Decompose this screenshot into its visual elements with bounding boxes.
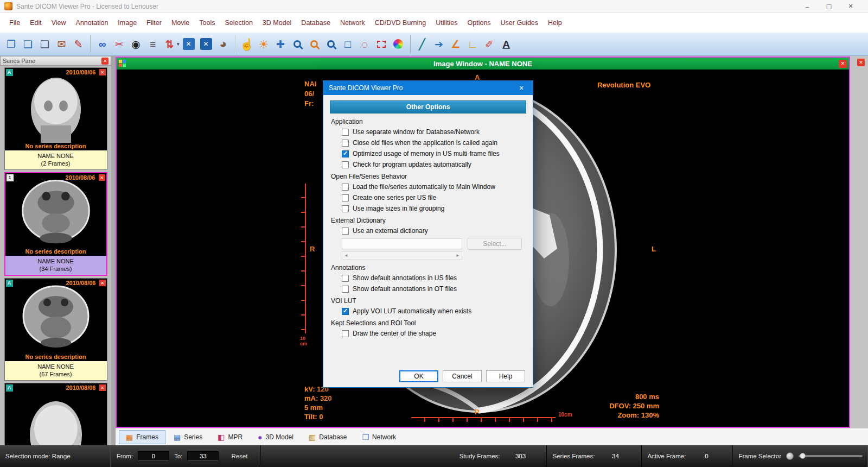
menu-selection[interactable]: Selection — [220, 19, 257, 27]
image-window-close-icon[interactable]: ✕ — [839, 60, 847, 68]
close-button[interactable]: ✕ — [840, 0, 861, 13]
tab-frames[interactable]: ▦Frames — [119, 430, 165, 444]
scout-image-icon[interactable]: ◕ — [215, 35, 231, 53]
checkbox[interactable] — [342, 184, 349, 191]
link-series-icon[interactable]: ∞ — [94, 35, 110, 53]
menu-user-guides[interactable]: User Guides — [496, 19, 543, 27]
frame-selector-knob-icon[interactable] — [786, 452, 794, 460]
copy-image-icon[interactable]: ❑ — [37, 35, 53, 53]
option-row[interactable]: Check for program updates automatically — [342, 161, 533, 168]
image-window-title-bar[interactable]: Image Window - NAME NONE ✕ — [117, 58, 849, 70]
tab-database[interactable]: ▥Database — [302, 430, 354, 444]
text-tool-icon[interactable]: A — [499, 35, 514, 53]
brush-tool-icon[interactable]: ✐ — [482, 35, 497, 53]
option-row[interactable]: Show default annotations in US files — [342, 274, 533, 282]
option-row[interactable]: Show default annotations in OT files — [342, 285, 533, 293]
menu-network[interactable]: Network — [335, 19, 370, 27]
checkbox[interactable] — [342, 205, 349, 212]
roi-rect-icon[interactable] — [374, 35, 390, 53]
select-rect-icon[interactable]: □ — [340, 35, 356, 53]
checkbox[interactable] — [342, 161, 349, 168]
ok-button[interactable]: OK — [399, 370, 438, 382]
maximize-button[interactable]: ▢ — [818, 0, 840, 13]
menu-database[interactable]: Database — [296, 19, 335, 27]
thumbnail-close-icon[interactable]: ✕ — [99, 174, 105, 181]
print-icon[interactable]: ≡ — [145, 35, 161, 53]
checkbox[interactable] — [342, 194, 349, 201]
dialog-close-icon[interactable]: ✕ — [510, 81, 533, 95]
roi-ellipse-icon[interactable]: ◌ — [357, 35, 373, 53]
from-value-field[interactable]: 0 — [138, 451, 169, 461]
checkbox[interactable] — [342, 129, 349, 136]
checkbox[interactable] — [342, 286, 349, 293]
option-row[interactable]: Optimized usage of memory in US multi-fr… — [342, 150, 533, 157]
thumbnail-close-icon[interactable]: ✕ — [99, 280, 106, 286]
tab-network[interactable]: ❒Network — [355, 430, 404, 444]
image-window-system-icon[interactable] — [119, 60, 127, 68]
thumbnail-close-icon[interactable]: ✕ — [99, 69, 106, 75]
help-button[interactable]: Help — [486, 370, 525, 382]
checkbox[interactable] — [342, 275, 349, 282]
paste-annotation-icon[interactable]: ✎ — [71, 35, 86, 53]
zoom-rect-icon[interactable] — [323, 35, 339, 53]
menu-movie[interactable]: Movie — [167, 19, 194, 27]
option-row[interactable]: Draw the center of the shape — [342, 330, 533, 337]
option-row[interactable]: Use an external dictionary — [342, 227, 533, 235]
export-image-icon[interactable]: ❏ — [20, 35, 36, 53]
series-pane-close-icon[interactable]: ✕ — [101, 58, 108, 65]
toggle-overlays-icon[interactable]: ◉ — [128, 35, 144, 53]
fit-screen-icon[interactable]: ✕ — [200, 38, 212, 50]
pan-hand-icon[interactable]: ☝ — [239, 35, 255, 53]
frame-selector-slider[interactable] — [799, 455, 863, 457]
checkbox[interactable] — [342, 140, 349, 147]
menu-edit[interactable]: Edit — [25, 19, 47, 27]
tab-series[interactable]: ▤Series — [167, 430, 209, 444]
sort-frames-icon[interactable]: ⇅ — [162, 35, 177, 53]
option-row[interactable]: Use separate window for Database/Network — [342, 128, 533, 136]
menu-file[interactable]: File — [4, 19, 25, 27]
fit-width-icon[interactable]: ✕ — [183, 38, 195, 50]
checkbox[interactable] — [342, 228, 349, 235]
sort-dropdown-icon[interactable]: ▾ — [177, 41, 180, 47]
brightness-icon[interactable]: ☀ — [256, 35, 272, 53]
slider-thumb[interactable] — [800, 453, 806, 459]
menu-utilities[interactable]: Utilities — [431, 19, 462, 27]
thumbnail-close-icon[interactable]: ✕ — [99, 384, 106, 391]
dialog-title-bar[interactable]: Sante DICOM Viewer Pro ✕ — [323, 81, 533, 95]
to-value-field[interactable]: 33 — [187, 451, 219, 461]
checkbox[interactable] — [342, 308, 349, 315]
menu-3d-model[interactable]: 3D Model — [258, 19, 297, 27]
option-row[interactable]: Apply VOI LUT automatically when exists — [342, 307, 533, 315]
menu-filter[interactable]: Filter — [142, 19, 167, 27]
menu-cddvd-burning[interactable]: CD/DVD Burning — [370, 19, 431, 27]
zoom-region-icon[interactable] — [307, 35, 322, 53]
tab-3d-model[interactable]: ●3D Model — [251, 430, 301, 444]
option-row[interactable]: Use image sizes in file grouping — [342, 205, 533, 212]
menu-annotation[interactable]: Annotation — [71, 19, 113, 27]
unlink-series-icon[interactable]: ✂ — [111, 35, 127, 53]
option-row[interactable]: Create one series per US file — [342, 194, 533, 201]
menu-tools[interactable]: Tools — [194, 19, 220, 27]
move-tool-icon[interactable]: ✚ — [273, 35, 289, 53]
series-thumbnail-2[interactable]: 1 2010/08/06 ✕ No series description NAM… — [4, 172, 107, 276]
menu-help[interactable]: Help — [543, 19, 567, 27]
menu-view[interactable]: View — [47, 19, 71, 27]
color-palette-icon[interactable] — [391, 35, 406, 53]
checkbox[interactable] — [342, 150, 349, 157]
angle-tool-icon[interactable]: ∠ — [448, 35, 464, 53]
mdi-close-icon[interactable]: ✕ — [857, 59, 865, 66]
reset-button[interactable]: Reset — [224, 452, 255, 460]
export-settings-icon[interactable]: ✉ — [54, 35, 69, 53]
option-row[interactable]: Close old files when the application is … — [342, 139, 533, 147]
pane-splitter[interactable] — [111, 56, 116, 445]
open-study-icon[interactable]: ❐ — [3, 35, 19, 53]
menu-options[interactable]: Options — [463, 19, 496, 27]
arrow-tool-icon[interactable]: ➔ — [431, 35, 447, 53]
zoom-icon[interactable] — [290, 35, 305, 53]
other-options-header-button[interactable]: Other Options — [330, 100, 526, 113]
menu-image[interactable]: Image — [113, 19, 142, 27]
series-thumbnail-4[interactable]: A 2010/08/06 ✕ — [4, 383, 107, 445]
series-thumbnail-1[interactable]: A 2010/08/06 ✕ No series description NAM… — [4, 67, 107, 170]
tab-mpr[interactable]: ◧MPR — [210, 430, 250, 444]
minimize-button[interactable]: – — [796, 0, 818, 13]
